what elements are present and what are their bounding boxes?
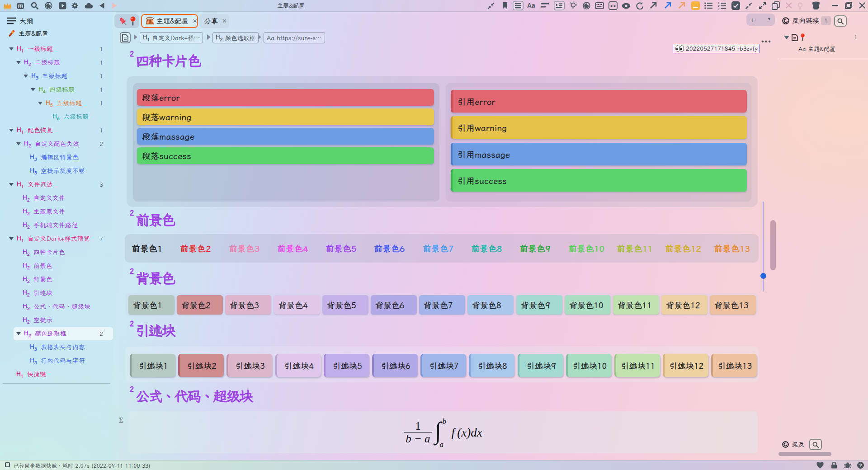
svg-text:<>: <> xyxy=(610,4,616,9)
svg-text:31: 31 xyxy=(19,5,23,8)
svg-text:?: ? xyxy=(859,463,862,468)
svg-text:3: 3 xyxy=(718,7,720,9)
